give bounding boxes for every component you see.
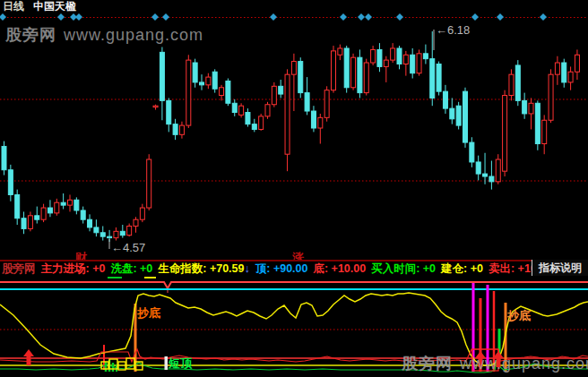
candle-body [114,231,118,237]
candle-body [371,49,376,63]
indicator-item-buy-time: 买入时间: +0 [371,261,436,277]
up-arrow-icon [23,349,34,365]
diamond-marker-icon [340,13,347,21]
candle-body [391,48,395,60]
candle-body [377,49,382,66]
indicator-panel: 抄底抄底短顶 [0,276,588,377]
high-price-annotation: ←6.18 [436,23,470,37]
candle-body [496,159,500,182]
indicator-item-main-force-entry: 主力进场: +0 [41,261,106,277]
indicator-item-wash-plate: 洗盘: +0 [110,261,152,277]
candle-body [239,106,244,115]
candle-body [272,86,276,104]
candle-body [489,176,494,182]
indicator-help-button[interactable]: 指标说明 [532,260,588,276]
indicator-header-row: 股旁网主力进场: +0洗盘: +0生命指数: +70.59↓顶: +90.00底… [0,260,588,276]
indicator-item-bottom: 底: +10.00 [313,261,366,277]
diamond-marker-icon [151,13,159,21]
candle-body [61,202,65,205]
candle-body [338,48,342,55]
candle-body [48,208,52,213]
candle-body [476,162,480,174]
candle-series [2,31,579,242]
candle-body [200,82,204,85]
indicator-item-site-mark: 股旁网 [2,261,36,277]
candle-body [291,62,296,75]
candle-body [523,100,527,114]
short-top-label: 短顶 [168,356,193,370]
candle-body [430,59,435,99]
cursor-block [165,356,169,370]
diamond-marker-icon [162,13,169,21]
indicator-item-build-position: 建仓: +0 [441,261,483,277]
candle-body [55,202,59,213]
chart-marker-label: 财 [74,251,87,260]
candle-body [515,65,520,100]
candle-body [450,108,454,119]
diamond-marker-icon [0,13,6,21]
candle-body [324,90,329,118]
candle-body [160,52,164,100]
candle-body [120,231,125,235]
candle-body [318,117,323,128]
candle-body [437,64,441,91]
candle-body [503,96,507,172]
candle-body [509,74,514,95]
diamond-marker-icon [358,13,365,21]
candle-body [358,57,362,92]
candle-body [186,60,191,125]
candle-body [41,208,46,219]
diamond-marker-icon [270,13,277,21]
candle-body [153,106,158,107]
candle-body [206,77,211,85]
candle-body [28,216,32,229]
candle-body [35,216,39,219]
candle-body [127,226,132,235]
candle-body [2,146,6,169]
candle-body [226,81,230,103]
candle-body [397,48,402,64]
candle-body [68,200,73,205]
candle-body [344,48,349,88]
candle-body [88,219,92,227]
candle-body [568,72,573,82]
candle-body [232,103,237,112]
candle-body [456,106,461,125]
candle-body [74,200,79,210]
candle-body [246,112,250,124]
candle-body [285,74,290,154]
candle-body [351,57,356,88]
candle-body [364,63,368,93]
diamond-marker-icon [497,13,504,21]
candle-body [147,159,151,208]
candle-body [384,60,388,66]
candle-body [279,86,283,94]
candle-body [134,219,138,226]
candle-body [332,51,336,90]
diamond-marker-icon [396,13,403,21]
candle-body [100,233,105,236]
candle-body [535,103,540,143]
candle-body [529,103,533,114]
candle-body [259,116,264,130]
candle-body [311,111,316,128]
diamond-marker-icon [540,13,547,21]
diamond-marker-icon [57,13,65,21]
indicator-item-top: 顶: +90.00 [255,261,308,277]
buy-bottom-label-right: 抄底 [506,309,531,322]
candle-body [8,170,13,195]
candle-body [252,124,256,130]
candle-body [542,120,547,143]
candle-body [443,91,447,108]
candle-body [265,105,270,116]
candle-body [193,63,197,82]
candle-body [220,88,224,96]
candle-body [483,174,488,176]
candle-body [94,227,99,233]
candle-body [562,63,566,82]
down-arrow-icon: ↓ [245,262,250,275]
candle-body [212,72,217,89]
candle-body [423,54,428,59]
candle-body [549,74,553,120]
candle-body [305,93,309,111]
